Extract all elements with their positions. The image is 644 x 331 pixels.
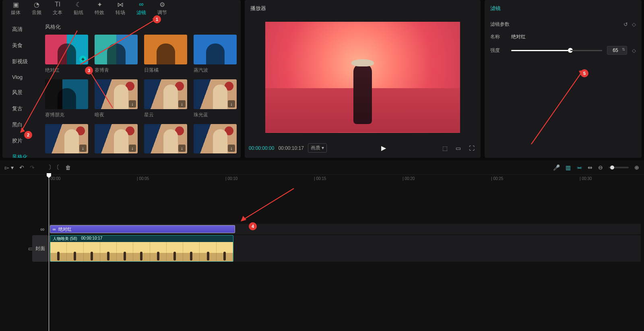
split-tool[interactable]: 〕〔 [48,164,60,171]
play-button[interactable]: ▶ [379,143,388,153]
category-Vlog[interactable]: Vlog [12,74,41,80]
zoom-out-icon[interactable]: ⊖ [598,164,603,171]
card-label: 星云 [144,112,187,118]
intensity-input[interactable]: 65 [607,46,627,55]
time-ruler[interactable]: | 00:00| 00:05| 00:10| 00:15| 00:20| 00:… [48,175,644,184]
playhead[interactable] [49,174,49,331]
download-icon[interactable]: ↓ [228,100,235,108]
main-tabs: ▣媒体◔音频TI文本☾贴纸✦特效⋈转场∞滤镜⚙调节 [2,0,241,19]
tick: | 00:05 [137,176,149,181]
category-风格化[interactable]: 风格化 [12,153,41,158]
filter-card-暗夜[interactable]: ↓暗夜 [95,79,138,118]
player-viewport[interactable] [249,13,477,141]
filter-card-星云[interactable]: ↓星云 [144,79,187,118]
filter-card-赛博朋克[interactable]: 赛博朋克 [45,79,88,118]
annotation-dot-4: 4 [249,222,257,230]
quality-dropdown[interactable]: 画质 ▾ [308,143,327,153]
undo-button[interactable]: ↶ [19,164,24,171]
category-复古[interactable]: 复古 [12,105,41,112]
card-label: 珠光蓝 [194,112,237,118]
link-toggle[interactable]: ⫘ [576,164,582,171]
category-list: 高清美食影视级Vlog风景复古黑白胶片风格化 [2,19,41,158]
mic-icon[interactable]: 🎤 [553,164,560,171]
fullscreen-icon[interactable]: ⛶ [467,144,477,153]
time-current: 00:00:00:00 [249,145,274,151]
grid-title: 风格化 [45,23,237,31]
tab-滤镜[interactable]: ∞滤镜 [131,0,151,19]
tab-音频[interactable]: ◔音频 [27,0,47,19]
card-label: 暗夜 [95,112,138,118]
inspector-title: 滤镜 [490,3,636,15]
category-影视级[interactable]: 影视级 [12,58,41,65]
调节-icon: ⚙ [159,1,165,8]
媒体-icon: ▣ [13,1,19,8]
category-风景[interactable]: 风景 [12,89,41,96]
文本-icon: TI [55,1,60,8]
library-panel: ▣媒体◔音频TI文本☾贴纸✦特效⋈转场∞滤镜⚙调节 高清美食影视级Vlog风景复… [2,0,241,158]
snap-toggle[interactable]: ▥ [566,164,571,171]
tab-特效[interactable]: ✦特效 [89,0,109,19]
redo-button[interactable]: ↷ [30,164,35,171]
download-icon[interactable]: ↓ [178,100,186,108]
filter-clip-icon: ∞ [53,227,56,232]
filter-card-11[interactable]: ↓ [194,124,237,156]
filter-card-珠光蓝[interactable]: ↓珠光蓝 [194,79,237,118]
download-icon[interactable]: ↓ [79,145,87,152]
intensity-keyframe-icon[interactable]: ◇ [632,48,636,54]
intensity-slider[interactable] [511,50,602,51]
intensity-label: 强度 [490,47,506,54]
filter-card-赛博青[interactable]: 赛博青 [95,35,138,74]
pointer-tool[interactable]: ▻ ▾ [5,164,14,171]
time-total: 00:00:10:17 [278,145,303,151]
filter-card-蒸汽波[interactable]: 蒸汽波 [194,35,237,74]
card-label: 绝对红 [45,67,88,74]
filter-clip-label: 绝对红 [58,226,72,232]
name-label: 名称 [490,33,506,40]
tab-贴纸[interactable]: ☾贴纸 [68,0,89,19]
download-icon[interactable]: ↓ [178,145,186,152]
download-icon[interactable]: ↓ [129,100,136,108]
zoom-slider[interactable] [609,167,629,168]
filter-card-绝对红[interactable]: +绝对红 [45,35,88,74]
add-icon[interactable]: + [79,56,87,63]
贴纸-icon: ☾ [76,1,81,8]
filter-card-10[interactable]: ↓ [144,124,187,156]
annotation-dot-1: 1 [153,15,161,23]
reset-icon[interactable]: ↺ [623,21,628,27]
滤镜-icon: ∞ [139,1,143,8]
tab-媒体[interactable]: ▣媒体 [6,0,26,19]
filter-card-8[interactable]: ↓ [45,124,88,156]
card-label: 赛博朋克 [45,112,88,118]
tick: | 00:25 [491,176,503,181]
cover-button[interactable]: 封面 [32,235,48,262]
download-icon[interactable]: ↓ [228,145,235,152]
tick: | 00:10 [225,176,237,181]
tick: | 00:20 [402,176,415,181]
category-黑白[interactable]: 黑白 [12,121,41,128]
timeline-panel: ▻ ▾ ↶ ↷ 〕〔 🗑 🎤 ▥ ⫘ ⇔ ⊖ ⊕ | 00:00| 00:05|… [0,160,644,331]
compare-icon[interactable]: ⬚ [440,144,450,153]
annotation-dot-5: 5 [580,69,588,77]
keyframe-icon[interactable]: ◇ [632,21,636,27]
player-panel: 播放器 00:00:00:00 00:00:10:17 画质 ▾ ▶ ⬚ ▭ ⛶ [245,0,481,158]
filter-track-icon[interactable]: ∞ [40,226,44,232]
zoom-in-icon[interactable]: ⊕ [634,164,639,171]
tab-文本[interactable]: TI文本 [47,0,68,19]
filter-clip[interactable]: ∞ 绝对红 [50,225,235,233]
filter-card-日落橘[interactable]: 日落橘 [144,35,187,74]
video-clip[interactable]: 人物唯美 (58) 00:00:10:17 [50,235,233,262]
tab-转场[interactable]: ⋈转场 [110,0,130,19]
特效-icon: ✦ [97,1,102,8]
card-label: 蒸汽波 [194,67,237,74]
download-icon[interactable]: ↓ [129,145,136,152]
align-icon[interactable]: ⇔ [588,164,592,171]
category-美食[interactable]: 美食 [12,42,41,49]
filter-grid: +绝对红赛博青日落橘蒸汽波赛博朋克↓暗夜↓星云↓珠光蓝↓↓↓↓ [45,35,237,156]
delete-tool[interactable]: 🗑 [65,164,71,171]
ratio-icon[interactable]: ▭ [454,144,463,153]
clip-duration: 00:00:10:17 [81,236,103,242]
tick: | 00:15 [314,176,326,181]
filter-card-9[interactable]: ↓ [95,124,138,156]
category-高清[interactable]: 高清 [12,26,41,33]
转场-icon: ⋈ [117,1,124,8]
